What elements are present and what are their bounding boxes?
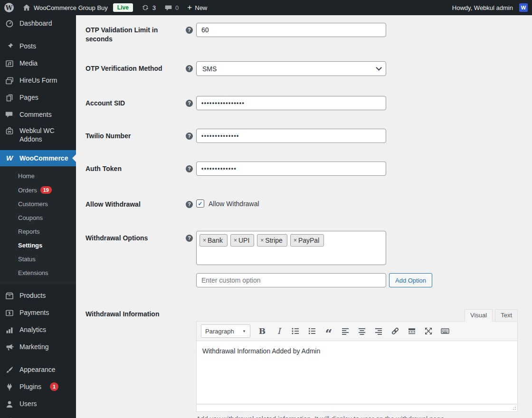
sidebar-item-dashboard[interactable]: Dashboard xyxy=(0,15,76,32)
keyboard-shortcuts-button[interactable] xyxy=(440,325,450,337)
sidebar-item-webkul-wc-addons[interactable]: Webkul WC Addons xyxy=(0,123,76,147)
submenu-item-coupons[interactable]: Coupons xyxy=(0,211,76,225)
bold-button[interactable]: B xyxy=(257,325,267,337)
remove-tag-icon[interactable]: × xyxy=(260,237,264,244)
sidebar-item-marketing[interactable]: Marketing xyxy=(0,339,76,356)
sidebar-item-products[interactable]: Products xyxy=(0,287,76,304)
site-name: WooCommerce Group Buy xyxy=(34,4,108,11)
field-label: Account SID xyxy=(86,96,180,108)
remove-tag-icon[interactable]: × xyxy=(234,237,237,244)
align-left-button[interactable] xyxy=(341,325,350,337)
otp-method-select[interactable]: SMS xyxy=(196,61,386,76)
sidebar-item-users[interactable]: Users xyxy=(0,396,76,413)
remove-tag-icon[interactable]: × xyxy=(294,237,297,244)
sidebar-item-woocommerce[interactable]: W WooCommerce xyxy=(0,150,76,166)
updates-link[interactable]: 3 xyxy=(137,0,160,15)
tab-text[interactable]: Text xyxy=(495,309,518,322)
help-icon[interactable]: ? xyxy=(186,235,193,242)
brush-icon xyxy=(5,365,14,375)
help-icon[interactable]: ? xyxy=(186,201,193,208)
selected-option: SMS xyxy=(202,65,217,73)
tag-label: Stripe xyxy=(265,237,283,244)
webkul-bag-icon xyxy=(5,126,14,136)
comment-icon xyxy=(164,4,172,12)
submenu-item-reports[interactable]: Reports xyxy=(0,225,76,238)
blockquote-button[interactable]: “ xyxy=(324,325,333,337)
submenu-item-extensions[interactable]: Extensions xyxy=(0,266,76,280)
help-icon[interactable]: ? xyxy=(186,100,193,107)
tag-label: PayPal xyxy=(298,237,319,244)
sidebar-item-label: HireUs Form xyxy=(19,76,57,85)
sidebar-item-media[interactable]: Media xyxy=(0,55,76,72)
wordpress-logo-menu[interactable]: W xyxy=(0,0,18,15)
option-tag-upi: × UPI xyxy=(230,234,254,247)
tab-visual[interactable]: Visual xyxy=(465,309,493,322)
editor-content-area[interactable]: Withdrawal Information Added by Admin xyxy=(196,341,518,404)
sidebar-item-comments[interactable]: Comments xyxy=(0,106,76,123)
check-icon: ✓ xyxy=(198,200,202,207)
sidebar-item-label: Analytics xyxy=(19,325,46,334)
paragraph-format-select[interactable]: Paragraph ▼ xyxy=(201,324,250,338)
payments-icon xyxy=(5,308,14,318)
update-count: 3 xyxy=(152,4,156,11)
form-row-twilio-number: Twilio Number ? xyxy=(86,129,532,143)
allow-withdrawal-checkbox[interactable]: ✓ xyxy=(196,200,204,208)
sidebar-item-label: Appearance xyxy=(19,365,56,374)
add-option-button[interactable]: Add Option xyxy=(389,273,432,287)
resize-grip[interactable] xyxy=(511,405,516,410)
submenu-item-orders[interactable]: Orders 19 xyxy=(0,183,76,197)
dashboard-icon xyxy=(5,19,14,28)
help-icon[interactable]: ? xyxy=(186,133,193,140)
option-tag-bank: × Bank xyxy=(200,234,228,247)
woocommerce-submenu: Home Orders 19 Customers Coupons Reports… xyxy=(0,166,76,285)
site-name-link[interactable]: WooCommerce Group Buy xyxy=(18,0,112,15)
twilio-number-input[interactable] xyxy=(196,129,386,143)
otp-limit-input[interactable] xyxy=(196,23,386,37)
numbered-list-button[interactable] xyxy=(307,325,317,337)
admin-bar: W WooCommerce Group Buy Live 3 0 + New H… xyxy=(0,0,532,15)
sidebar-item-label: Posts xyxy=(19,42,36,50)
sidebar-item-posts[interactable]: Posts xyxy=(0,38,76,55)
help-icon[interactable]: ? xyxy=(186,65,193,72)
new-content-link[interactable]: + New xyxy=(183,0,211,15)
home-icon xyxy=(22,3,31,12)
sidebar-item-label: Marketing xyxy=(19,342,48,351)
submenu-item-customers[interactable]: Customers xyxy=(0,197,76,211)
italic-button[interactable]: I xyxy=(274,325,284,337)
editor-text: Withdrawal Information Added by Admin xyxy=(202,347,320,355)
submenu-item-home[interactable]: Home xyxy=(0,169,76,183)
sidebar-item-plugins[interactable]: Plugins 1 xyxy=(0,379,76,396)
sidebar-item-label: WooCommerce xyxy=(19,154,68,162)
form-row-otp-limit: OTP Validation Limit in seconds ? xyxy=(86,23,532,44)
sidebar-item-pages[interactable]: Pages xyxy=(0,89,76,106)
fullscreen-button[interactable] xyxy=(424,325,433,337)
help-icon[interactable]: ? xyxy=(186,165,193,172)
auth-token-input[interactable] xyxy=(196,162,386,176)
withdrawal-options-multiselect[interactable]: × Bank × UPI × Stripe × PayPal xyxy=(196,231,386,265)
sidebar-item-appearance[interactable]: Appearance xyxy=(0,361,76,379)
bullet-list-button[interactable] xyxy=(291,325,300,337)
field-label: Twilio Number xyxy=(86,129,180,141)
tag-label: Bank xyxy=(208,237,223,244)
my-account-link[interactable]: Howdy, Webkul admin W xyxy=(448,0,532,15)
pin-icon xyxy=(5,42,14,51)
settings-form: OTP Validation Limit in seconds ? OTP Ve… xyxy=(76,15,532,418)
read-more-tag-button[interactable] xyxy=(407,325,417,337)
link-button[interactable] xyxy=(390,325,400,337)
sidebar-item-payments[interactable]: Payments xyxy=(0,304,76,322)
submenu-item-settings[interactable]: Settings xyxy=(0,238,76,252)
field-label: Withdrawal Information xyxy=(86,309,180,319)
submenu-item-status[interactable]: Status xyxy=(0,252,76,266)
account-sid-input[interactable] xyxy=(196,96,386,110)
sidebar-item-analytics[interactable]: Analytics xyxy=(0,322,76,339)
custom-option-input[interactable] xyxy=(196,273,386,287)
comments-link[interactable]: 0 xyxy=(160,0,183,15)
help-icon[interactable]: ? xyxy=(186,27,193,34)
remove-tag-icon[interactable]: × xyxy=(203,237,206,244)
sidebar-item-tools[interactable]: Tools xyxy=(0,413,76,418)
sidebar-item-label: Products xyxy=(19,291,46,300)
sidebar-item-hireus-form[interactable]: HireUs Form xyxy=(0,72,76,89)
align-right-button[interactable] xyxy=(374,325,383,337)
sidebar-item-label: Users xyxy=(19,399,37,408)
align-center-button[interactable] xyxy=(357,325,367,337)
